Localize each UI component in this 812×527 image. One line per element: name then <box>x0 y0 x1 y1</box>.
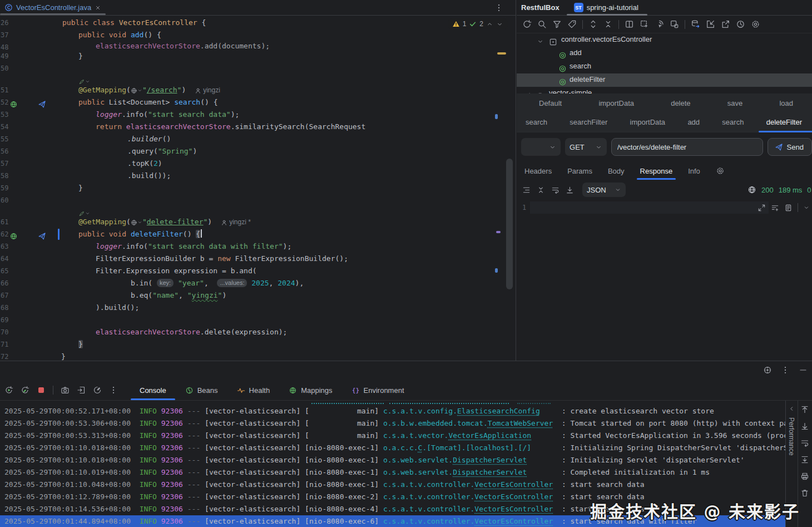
log-line[interactable]: 2025-05-29T00:00:52.171+08:00 INFO 92306… <box>0 405 785 417</box>
fold-all-icon[interactable] <box>537 186 545 194</box>
tree-item-controller.vectorEsController[interactable]: controller.vectorEsController <box>517 33 812 47</box>
exit-app-icon[interactable] <box>77 386 86 395</box>
soft-wrap-icon[interactable] <box>551 186 560 194</box>
chev-down-icon[interactable] <box>803 204 810 211</box>
code-line-66[interactable]: 66b.in( key: "year", ...values: 2025, 20… <box>0 277 503 289</box>
more-vert-icon[interactable] <box>109 386 118 395</box>
code-line-52[interactable]: 52public List<Document> search() { <box>0 96 503 109</box>
target-icon[interactable] <box>763 366 772 375</box>
print-icon[interactable] <box>800 472 809 481</box>
code-line-69[interactable]: 69 <box>0 314 503 326</box>
editor-options[interactable] <box>494 3 503 12</box>
settings-icon[interactable] <box>716 166 725 175</box>
code-line-70[interactable]: 70elasticsearchVectorStore.delete(expres… <box>0 326 503 338</box>
expand-diag-icon[interactable] <box>757 204 766 212</box>
settings-icon[interactable] <box>751 19 760 29</box>
code-line-26[interactable]: 26public class VectorEsController { <box>0 17 503 29</box>
log-line[interactable]: 2025-05-29T00:01:10.018+08:00 INFO 92306… <box>0 454 785 466</box>
code-line-71[interactable]: 71} <box>0 338 503 351</box>
scroll-bottom-icon[interactable] <box>800 422 809 431</box>
chev-right-icon[interactable] <box>527 91 534 93</box>
bean-linemarker-row[interactable] <box>0 75 503 84</box>
view-tab-Body[interactable]: Body <box>608 161 625 180</box>
url-input[interactable] <box>611 138 763 156</box>
tree-item-vector-simple[interactable]: vector-simple <box>517 87 812 93</box>
soft-wrap-icon[interactable] <box>800 439 809 447</box>
response-editor[interactable]: 1 <box>517 199 812 361</box>
environment-select[interactable] <box>521 138 561 156</box>
log-line[interactable]: 2025-05-29T00:01:10.018+08:00 INFO 92306… <box>0 442 785 454</box>
view-tab-Params[interactable]: Params <box>567 161 592 180</box>
code-line-37[interactable]: 37public void add() { <box>0 29 503 41</box>
structure-icon[interactable] <box>522 186 531 194</box>
code-editor[interactable]: 26public class VectorEsController {37pub… <box>0 17 503 361</box>
edit-run-config-icon[interactable] <box>93 386 102 395</box>
request-tab-importData[interactable]: importData <box>630 112 666 132</box>
send-icon[interactable] <box>38 100 46 109</box>
request-tab-searchFilter[interactable]: searchFilter <box>570 112 607 132</box>
clear-all-icon[interactable] <box>800 489 809 498</box>
env-tab-Default[interactable]: Default <box>539 99 562 107</box>
endpoint-icon[interactable] <box>9 232 18 240</box>
view-tab-Response[interactable]: Response <box>640 161 673 180</box>
env-tab-importData[interactable]: importData <box>598 99 634 107</box>
import-icon[interactable] <box>706 19 715 29</box>
console-tab-Health[interactable]: Health <box>237 380 270 400</box>
code-line-64[interactable]: 64FilterExpressionBuilder b = new Filter… <box>0 253 503 265</box>
project-tab[interactable]: ST spring-ai-tutorial <box>574 3 638 12</box>
document-icon[interactable] <box>784 204 793 212</box>
chev-up-icon[interactable] <box>486 21 493 28</box>
endpoint-icon[interactable] <box>9 100 18 109</box>
tab-scrollbar[interactable] <box>0 13 106 15</box>
more-vert-icon[interactable] <box>781 366 790 375</box>
code-line-65[interactable]: 65Filter.Expression expression = b.and( <box>0 265 503 277</box>
log-line[interactable]: 2025-05-29T00:01:10.019+08:00 INFO 92306… <box>0 466 785 479</box>
code-line-59[interactable]: 59} <box>0 182 503 194</box>
chev-down-icon[interactable] <box>537 38 544 45</box>
code-line-61[interactable]: 61@GetMapping("delete-filter") yingzi * <box>0 216 503 228</box>
tag-icon[interactable] <box>567 19 577 29</box>
chev-down-icon[interactable] <box>496 21 503 28</box>
tree-item-deleteFilter[interactable]: deleteFilter <box>517 73 812 87</box>
export-icon[interactable] <box>721 19 730 29</box>
send-icon[interactable] <box>38 232 46 240</box>
rerun-icon[interactable] <box>4 386 13 395</box>
scroll-track-icon[interactable] <box>800 455 809 464</box>
history-icon[interactable] <box>736 19 745 29</box>
code-line-72[interactable]: 72} <box>0 351 503 361</box>
filter-icon[interactable] <box>552 19 562 29</box>
rerun-spring-icon[interactable] <box>21 386 29 395</box>
env-tab-load[interactable]: load <box>779 99 793 107</box>
code-line-54[interactable]: 54return elasticsearchVectorStore.simila… <box>0 121 503 133</box>
console-tab-Environment[interactable]: {}Environment <box>351 380 404 400</box>
float-window-icon[interactable] <box>670 19 679 29</box>
annotate-lines-icon[interactable] <box>771 204 779 212</box>
console-tab-Beans[interactable]: Beans <box>185 380 218 400</box>
scrollbar-thumb[interactable] <box>506 159 513 289</box>
view-tab-Headers[interactable]: Headers <box>524 161 552 180</box>
stop-icon[interactable] <box>37 386 46 395</box>
code-line-62[interactable]: 62public void deleteFilter() { <box>0 228 503 240</box>
inspections-widget[interactable]: 1 2 <box>448 18 508 29</box>
code-line-55[interactable]: 55.builder() <box>0 133 503 145</box>
unfold-all-icon[interactable] <box>588 19 598 29</box>
minimize-icon[interactable] <box>799 366 808 375</box>
code-line-51[interactable]: 51@GetMapping("/search") yingzi <box>0 84 503 96</box>
bean-linemarker-row[interactable] <box>0 206 503 216</box>
tree-item-add[interactable]: add <box>517 47 812 60</box>
log-line[interactable]: 2025-05-29T00:00:53.313+08:00 INFO 92306… <box>0 430 785 442</box>
database-sync-icon[interactable] <box>691 19 700 29</box>
request-tab-search[interactable]: search <box>526 112 547 132</box>
send-button[interactable]: Send <box>768 138 812 156</box>
request-tab-deleteFilter[interactable]: deleteFilter <box>766 112 802 132</box>
code-line-58[interactable]: 58.build()); <box>0 170 503 182</box>
tree-item-search[interactable]: search <box>517 60 812 73</box>
scan-api-icon[interactable] <box>655 19 664 29</box>
request-tab-search[interactable]: search <box>722 112 744 132</box>
screenshot-icon[interactable] <box>61 386 70 395</box>
format-select[interactable]: JSON <box>582 183 626 197</box>
code-line-48[interactable]: 48elasticsearchVectorStore.add(documents… <box>0 41 503 50</box>
code-line-50[interactable]: 50 <box>0 62 503 75</box>
console-tab-Mappings[interactable]: Mappings <box>289 380 332 400</box>
env-tab-delete[interactable]: delete <box>671 99 690 107</box>
